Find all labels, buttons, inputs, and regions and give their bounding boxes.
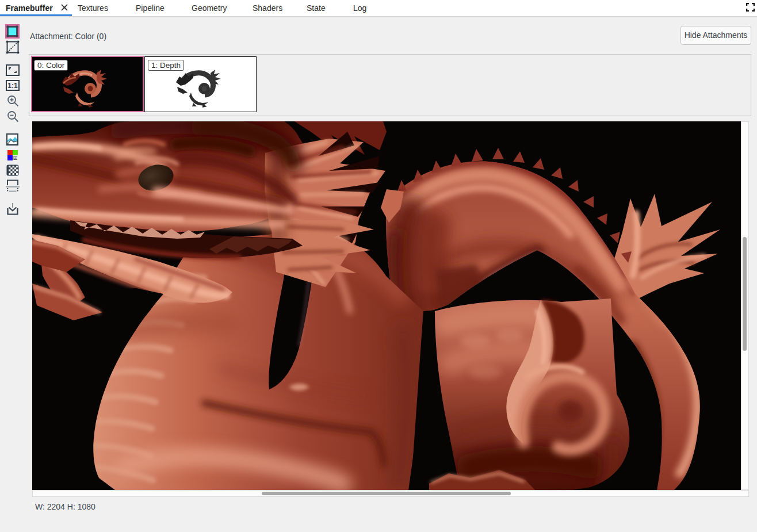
svg-text:A: A: [14, 156, 17, 160]
svg-text:1:1: 1:1: [7, 82, 18, 90]
